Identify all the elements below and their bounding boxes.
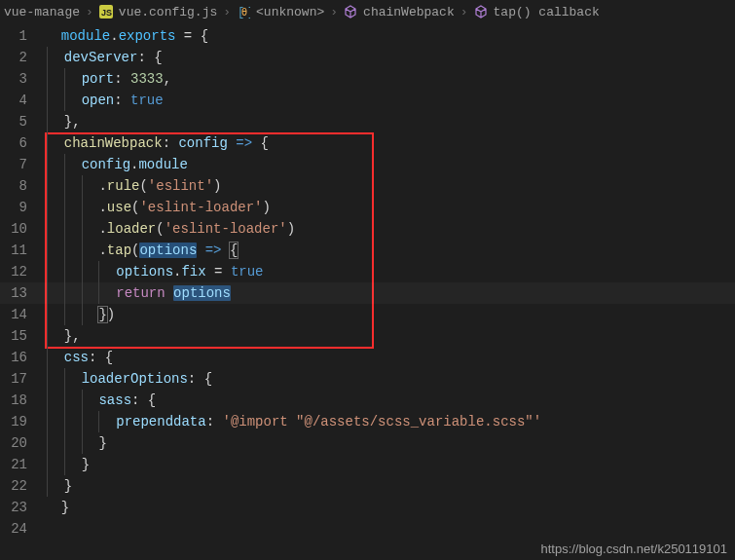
code-line[interactable]: }: [39, 475, 735, 497]
cube-icon: [474, 5, 488, 19]
code-token: (: [156, 221, 164, 237]
code-token: true: [231, 264, 264, 280]
chevron-right-icon: ›: [221, 5, 233, 19]
line-number: 17: [0, 368, 27, 390]
code-token: css: [64, 350, 89, 365]
watermark: https://blog.csdn.net/k250119101: [540, 541, 727, 556]
code-token: options: [139, 243, 197, 258]
code-token: : {: [89, 350, 113, 365]
code-token: :: [206, 414, 223, 429]
code-token: }: [64, 478, 72, 494]
code-line[interactable]: }): [39, 304, 735, 325]
code-line[interactable]: }: [39, 454, 735, 475]
code-line[interactable]: loaderOptions: {: [39, 368, 735, 390]
code-token: prependdata: [116, 414, 205, 429]
breadcrumb-item[interactable]: chainWebpack: [344, 5, 455, 19]
code-token: 'eslint': [148, 178, 213, 194]
breadcrumb: vue-manage › JS vue.config.js › [ϴ] <unk…: [0, 0, 735, 23]
code-token: .: [98, 243, 106, 258]
code-line[interactable]: [39, 518, 735, 540]
code-token: open: [82, 93, 115, 108]
code-area[interactable]: module.exports = { devServer: { port: 33…: [39, 23, 735, 537]
code-token: rule: [107, 178, 140, 194]
cube-icon: [344, 5, 357, 19]
code-line[interactable]: module.exports = {: [39, 25, 735, 47]
code-token: },: [64, 328, 81, 344]
code-line[interactable]: config.module: [39, 154, 735, 175]
breadcrumb-label: vue.config.js: [119, 5, 217, 19]
code-line[interactable]: },: [39, 325, 735, 347]
line-number: 1: [0, 25, 27, 47]
code-token: config: [82, 157, 130, 172]
code-line[interactable]: css: {: [39, 347, 735, 368]
breadcrumb-label: tap() callback: [494, 5, 600, 19]
breadcrumb-item[interactable]: vue-manage: [4, 5, 80, 19]
code-line[interactable]: },: [39, 111, 735, 132]
code-token: {: [260, 135, 268, 151]
code-line[interactable]: sass: {: [39, 390, 735, 411]
code-token: :: [114, 93, 130, 108]
code-line[interactable]: port: 3333,: [39, 68, 735, 90]
code-line[interactable]: chainWebpack: config => {: [39, 132, 735, 154]
breadcrumb-item[interactable]: tap() callback: [474, 5, 600, 19]
code-line[interactable]: prependdata: '@import "@/assets/scss_var…: [39, 411, 735, 432]
code-token: 3333: [130, 71, 164, 87]
breadcrumb-item[interactable]: JS vue.config.js: [99, 5, 217, 19]
line-number: 16: [0, 347, 27, 368]
code-token: =>: [197, 243, 230, 258]
code-editor[interactable]: 123456789101112131415161718192021222324 …: [0, 23, 735, 537]
code-line[interactable]: .loader('eslint-loader'): [39, 218, 735, 240]
code-token: port: [82, 71, 115, 87]
code-token: : {: [137, 50, 162, 65]
breadcrumb-item[interactable]: [ϴ] <unknown>: [237, 5, 324, 19]
code-token: config: [178, 135, 227, 151]
code-token: ,: [164, 71, 171, 87]
line-number: 20: [0, 432, 27, 454]
code-line[interactable]: }: [39, 497, 735, 518]
code-line[interactable]: .rule('eslint'): [39, 175, 735, 197]
code-token: loaderOptions: [82, 371, 188, 387]
code-token: options: [116, 264, 173, 280]
breadcrumb-label: vue-manage: [4, 5, 80, 19]
code-token: ): [107, 307, 115, 322]
line-number: 22: [0, 475, 27, 497]
code-token: (: [139, 178, 147, 194]
code-token: .: [98, 221, 106, 237]
code-token: devServer: [64, 50, 138, 65]
breadcrumb-label: <unknown>: [256, 5, 324, 19]
code-line[interactable]: devServer: {: [39, 47, 735, 68]
code-token: .: [110, 28, 118, 44]
line-number: 9: [0, 197, 27, 218]
line-number: 14: [0, 304, 27, 325]
line-number: 23: [0, 497, 27, 518]
line-number: 12: [0, 261, 27, 282]
code-token: loader: [107, 221, 156, 237]
line-number-gutter: 123456789101112131415161718192021222324: [0, 23, 39, 537]
code-token: }: [61, 500, 69, 515]
svg-text:]: ]: [247, 6, 250, 19]
line-number: 6: [0, 132, 27, 154]
code-token: use: [107, 200, 131, 215]
code-line[interactable]: open: true: [39, 90, 735, 111]
code-line[interactable]: .tap(options => {: [39, 240, 735, 261]
code-token: {: [229, 242, 239, 259]
code-token: ): [263, 200, 271, 215]
code-token: : {: [131, 392, 156, 408]
brackets-icon: [ϴ]: [237, 5, 250, 19]
breadcrumb-label: chainWebpack: [363, 5, 455, 19]
line-number: 10: [0, 218, 27, 240]
line-number: 5: [0, 111, 27, 132]
code-token: :: [114, 71, 130, 87]
code-token: = {: [175, 28, 208, 44]
code-line[interactable]: .use('eslint-loader'): [39, 197, 735, 218]
code-token: },: [64, 114, 81, 130]
code-line[interactable]: }: [39, 432, 735, 454]
code-line[interactable]: options.fix = true: [39, 261, 735, 282]
code-token: }: [98, 435, 106, 451]
code-token: chainWebpack: [64, 135, 163, 151]
code-token: 'eslint-loader': [139, 200, 262, 215]
code-line[interactable]: return options: [39, 282, 735, 304]
line-number: 24: [0, 518, 27, 540]
code-token: module: [61, 28, 110, 44]
code-token: sass: [98, 392, 131, 408]
